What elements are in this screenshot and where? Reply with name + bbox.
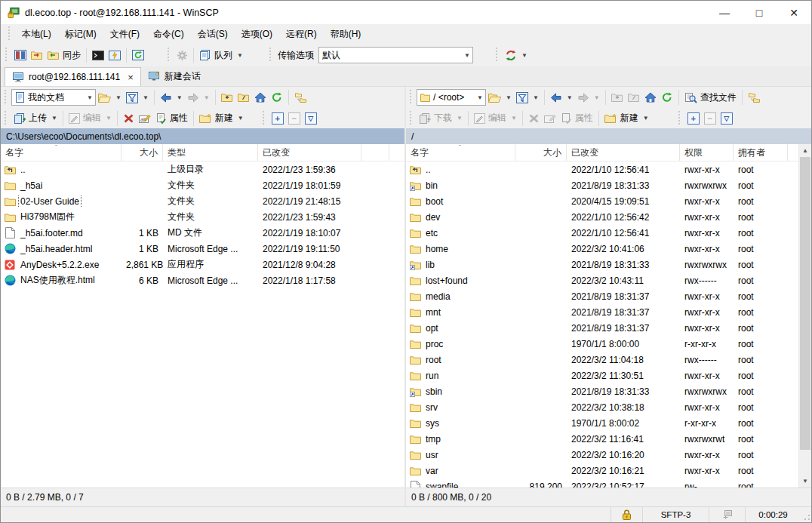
file-row[interactable]: media2021/8/19 18:31:37rwxr-xr-xroot [406, 288, 811, 304]
find-files-button[interactable]: 查找文件 [682, 88, 739, 106]
close-button[interactable]: ✕ [777, 1, 811, 24]
remote-properties-button[interactable]: 属性 [558, 109, 595, 128]
file-row[interactable]: opt2021/8/19 18:31:37rwxr-xr-xroot [406, 320, 811, 336]
file-row[interactable]: ..上级目录2022/1/23 1:59:36 [1, 162, 404, 177]
file-row[interactable]: tmp2022/3/2 11:16:41rwxrwxrwtroot [406, 431, 811, 447]
minimize-button[interactable]: — [707, 1, 742, 24]
menu-item[interactable]: 选项(O) [235, 25, 279, 44]
file-row[interactable]: swapfile819,2002022/3/2 10:52:17rw-root [406, 478, 811, 488]
remote-column-changed[interactable]: 已改变 [567, 144, 680, 161]
scroll-up-icon[interactable]: ▲ [799, 144, 811, 157]
menu-item[interactable]: 本地(L) [15, 25, 58, 44]
local-home-button[interactable] [252, 88, 269, 106]
resize-grip[interactable] [801, 507, 811, 522]
file-row[interactable]: _h5ai.footer.md1 KBMD 文件2022/1/19 18:10:… [1, 225, 404, 241]
file-row[interactable]: ..2022/1/10 12:56:41rwxr-xr-xroot [406, 162, 811, 177]
file-row[interactable]: bin2021/8/19 18:31:33rwxrwxrwxroot [406, 177, 811, 193]
queue-button[interactable]: 队列 ▼ [197, 46, 245, 64]
remote-column-owner[interactable]: 拥有者 [734, 144, 788, 161]
transfer-mode-button[interactable]: ▼ [503, 46, 530, 64]
remote-location-select[interactable]: / <root> ▼ [417, 89, 486, 106]
file-row[interactable]: _h5ai文件夹2022/1/19 18:01:59 [1, 177, 404, 193]
local-sync-browsing-button[interactable] [292, 88, 309, 106]
remote-unselect-button[interactable]: − [702, 109, 718, 128]
file-row[interactable]: var2022/3/2 10:16:21rwxr-xr-xroot [406, 463, 811, 478]
remote-back-button[interactable]: ▼ [548, 88, 575, 106]
synchronize-button[interactable]: 同步 [45, 46, 83, 64]
file-row[interactable]: srv2022/3/2 10:38:18rwxr-xr-xroot [406, 399, 811, 415]
file-row[interactable]: mnt2021/8/19 18:31:37rwxr-xr-xroot [406, 304, 811, 320]
scrollbar-thumb[interactable] [800, 157, 810, 450]
remote-scrollbar[interactable]: ▲ ▼ [798, 144, 811, 488]
remote-column-size[interactable]: 大小 [515, 144, 567, 161]
local-rename-button[interactable]: ab [137, 109, 153, 128]
menu-item[interactable]: 会话(S) [191, 25, 235, 44]
remote-filter-button[interactable]: ▼ [514, 88, 541, 106]
maximize-button[interactable]: □ [742, 1, 777, 24]
local-root-directory-button[interactable] [235, 88, 252, 106]
local-column-extra[interactable] [361, 144, 389, 161]
file-row[interactable]: lib2021/8/19 18:31:33rwxrwxrwxroot [406, 257, 811, 272]
local-new-button[interactable]: 新建 ▼ [197, 109, 246, 128]
remote-new-button[interactable]: 新建 ▼ [602, 109, 651, 128]
new-session-tab[interactable]: 新建会话 [141, 67, 208, 86]
local-filter-button[interactable]: ▼ [124, 88, 151, 106]
file-row[interactable]: dev2022/1/10 12:56:42rwxr-xr-xroot [406, 209, 811, 225]
remote-delete-button[interactable] [526, 109, 542, 128]
menu-item[interactable]: 帮助(H) [324, 25, 368, 44]
file-row[interactable]: AnyDesk+5.2.2.exe2,861 KB应用程序2021/12/8 9… [1, 257, 404, 272]
open-terminal-button[interactable] [90, 46, 106, 64]
remote-edit-button[interactable]: 编辑 ▼ [472, 109, 519, 128]
menu-item[interactable]: 命令(C) [146, 25, 191, 44]
session-tab-active[interactable]: root@192.168.111.141 × [5, 67, 141, 86]
preferences-button[interactable] [174, 46, 190, 64]
remote-home-button[interactable] [642, 88, 659, 106]
local-edit-button[interactable]: 编辑 ▼ [66, 109, 114, 128]
remote-open-directory-button[interactable]: ▼ [486, 88, 514, 106]
remote-root-directory-button[interactable] [626, 88, 642, 106]
file-row[interactable]: sys1970/1/1 8:00:02r-xr-xr-xroot [406, 415, 811, 431]
file-row[interactable]: run2022/3/2 11:30:51rwxr-xr-xroot [406, 368, 811, 383]
commander-view-button[interactable] [12, 46, 29, 64]
remote-refresh-button[interactable] [659, 88, 675, 106]
file-row[interactable]: Hi3798M固件文件夹2022/1/23 1:59:43 [1, 209, 404, 225]
remote-sync-browsing-button[interactable] [746, 88, 763, 106]
remote-column-name[interactable]: 名字ˆ [406, 144, 515, 161]
local-open-directory-button[interactable]: ▼ [96, 88, 124, 106]
local-column-name[interactable]: 名字ˆ [1, 144, 121, 161]
file-row[interactable]: 02-User Guide文件夹2022/1/19 21:48:15 [1, 193, 404, 209]
file-row[interactable]: NAS使用教程.html6 KBMicrosoft Edge ...2022/1… [1, 272, 404, 288]
local-properties-button[interactable]: 属性 [153, 109, 190, 128]
remote-parent-directory-button[interactable] [609, 88, 626, 106]
menu-item[interactable]: 远程(R) [279, 25, 324, 44]
local-parent-directory-button[interactable] [219, 88, 235, 106]
scroll-down-icon[interactable]: ▼ [799, 475, 811, 488]
file-row[interactable]: home2022/3/2 10:41:06rwxr-xr-xroot [406, 241, 811, 257]
menu-item[interactable]: 标记(M) [58, 25, 103, 44]
download-button[interactable]: 下载 ▼ [417, 109, 465, 128]
synchronize-browsing-button[interactable] [29, 46, 45, 64]
menu-item[interactable]: 文件(F) [103, 25, 146, 44]
local-forward-button[interactable]: ▼ [185, 88, 212, 106]
local-path-bar[interactable]: C:\Users\ecoo\Documents\dl.ecoo.top\ [1, 128, 404, 144]
remote-rename-button[interactable] [542, 109, 558, 128]
local-column-type[interactable]: 类型 [163, 144, 258, 161]
local-unselect-button[interactable]: − [286, 109, 303, 128]
file-row[interactable]: usr2022/3/2 10:16:20rwxr-xr-xroot [406, 447, 811, 463]
local-invert-selection-button[interactable]: ▽ [303, 109, 319, 128]
file-row[interactable]: _h5ai.header.html1 KBMicrosoft Edge ...2… [1, 241, 404, 257]
refresh-session-button[interactable] [130, 46, 146, 64]
local-delete-button[interactable] [121, 109, 137, 128]
remote-invert-selection-button[interactable]: ▽ [718, 109, 735, 128]
remote-column-perms[interactable]: 权限 [680, 144, 734, 161]
remote-select-button[interactable]: + [685, 109, 702, 128]
upload-button[interactable]: 上传 ▼ [11, 109, 60, 128]
local-refresh-button[interactable] [269, 88, 285, 106]
remote-path-bar[interactable]: / [406, 128, 811, 144]
transfer-preset-select[interactable]: 默认 ▼ [318, 47, 473, 63]
file-row[interactable]: proc1970/1/1 8:00:00r-xr-xr-xroot [406, 336, 811, 352]
local-back-button[interactable]: ▼ [158, 88, 185, 106]
remote-forward-button[interactable]: ▼ [575, 88, 602, 106]
file-row[interactable]: etc2022/1/10 12:56:41rwxr-xr-xroot [406, 225, 811, 241]
tab-close-icon[interactable]: × [128, 72, 134, 83]
